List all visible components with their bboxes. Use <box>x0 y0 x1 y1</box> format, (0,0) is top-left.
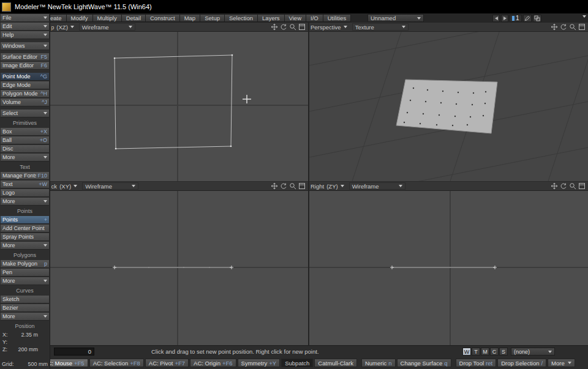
manage-fonts-button[interactable]: Manage FontsF10 <box>1 172 49 180</box>
text-more-button[interactable]: More <box>1 198 49 206</box>
viewport-name-dropdown[interactable]: Perspective <box>311 24 347 31</box>
primitives-more-button[interactable]: More <box>1 154 49 162</box>
maximize-icon[interactable] <box>578 182 586 190</box>
rotate-icon[interactable] <box>560 23 567 31</box>
zoom-icon[interactable] <box>569 182 576 190</box>
bezier-tool-button[interactable]: Bezier <box>1 304 49 312</box>
viewport-name-dropdown[interactable]: Back(XY) <box>51 183 77 190</box>
file-menu-button[interactable]: File <box>1 14 49 22</box>
vmap-texture-button[interactable]: T <box>472 348 480 356</box>
help-menu-label: Help <box>2 32 43 38</box>
ac-mouse-button[interactable]: AC: Mouse+F5 <box>50 359 88 367</box>
tab-view[interactable]: View <box>284 14 306 22</box>
tab-utilities[interactable]: Utilities <box>323 14 352 22</box>
curves-more-button[interactable]: More <box>1 313 49 321</box>
tab-create[interactable]: Create <box>50 14 66 22</box>
tab-detail[interactable]: Detail <box>121 14 145 22</box>
box-tool-button[interactable]: Box+X <box>1 128 49 136</box>
viewport-right-zy[interactable] <box>309 191 588 345</box>
rotate-icon[interactable] <box>280 23 287 31</box>
zoom-icon[interactable] <box>569 23 576 31</box>
polygon-mode-button[interactable]: Polygon Mode^H <box>1 90 49 98</box>
fg-layer-button[interactable] <box>523 15 532 22</box>
viewport-name-dropdown[interactable]: Top(XZ) <box>51 24 74 31</box>
points-more-button[interactable]: More <box>1 242 49 250</box>
tab-io[interactable]: I/O <box>306 14 323 22</box>
pan-icon[interactable] <box>271 23 278 31</box>
vmap-dropdown[interactable]: (none) <box>511 348 555 356</box>
viewport-mode-dropdown[interactable]: Texture <box>352 23 409 31</box>
layer-prev-button[interactable] <box>492 15 500 22</box>
ac-pivot-button[interactable]: AC: Pivot+F7 <box>145 359 189 367</box>
text-tool-button[interactable]: Text+W <box>1 181 49 188</box>
select-menu-button[interactable]: Select <box>1 110 49 117</box>
pan-icon[interactable] <box>551 182 558 190</box>
disc-tool-button[interactable]: Disc <box>1 145 49 153</box>
viewport-name-dropdown[interactable]: Right(ZY) <box>311 183 344 190</box>
add-center-point-button[interactable]: Add Center Point <box>1 225 49 233</box>
viewport-mode-dropdown[interactable]: Wireframe <box>79 23 135 31</box>
zoom-icon[interactable] <box>289 23 296 31</box>
viewport-splitter[interactable] <box>308 23 309 345</box>
volume-mode-button[interactable]: Volume^J <box>1 99 49 106</box>
chevron-down-icon <box>43 34 47 36</box>
tab-multiply[interactable]: Multiply <box>92 14 121 22</box>
tab-setup[interactable]: Setup <box>200 14 224 22</box>
viewport-mode-dropdown[interactable]: Wireframe <box>82 182 138 190</box>
pan-icon[interactable] <box>551 23 558 31</box>
help-menu-button[interactable]: Help <box>1 31 49 39</box>
drop-selection-button[interactable]: Drop Selection/ <box>497 359 546 367</box>
numeric-input[interactable]: 0 <box>54 348 94 356</box>
tab-modify[interactable]: Modify <box>66 14 92 22</box>
pencil-icon <box>524 15 530 21</box>
points-tool-button[interactable]: Points+ <box>1 216 49 224</box>
maximize-icon[interactable] <box>298 182 306 190</box>
symmetry-button[interactable]: Symmetry+Y <box>238 359 281 367</box>
viewport-perspective[interactable] <box>309 32 588 181</box>
numeric-button[interactable]: Numericn <box>361 359 396 367</box>
vmap-weight-button[interactable]: W <box>462 348 471 356</box>
image-editor-button[interactable]: Image EditorF6 <box>1 62 49 70</box>
rotate-icon[interactable] <box>280 182 287 190</box>
tab-overflow-dropdown[interactable] <box>582 15 586 18</box>
ac-origin-button[interactable]: AC: Origin+F6 <box>190 359 236 367</box>
maximize-icon[interactable] <box>578 23 586 31</box>
rotate-icon[interactable] <box>560 182 567 190</box>
toolbar-more-button[interactable]: More <box>548 359 575 367</box>
windows-menu-button[interactable]: Windows <box>1 42 49 50</box>
tab-layers[interactable]: Layers <box>257 14 284 22</box>
drop-tool-button[interactable]: Drop Toolret <box>456 359 497 367</box>
tab-selection[interactable]: Selection <box>224 14 257 22</box>
ball-tool-button[interactable]: Ball+O <box>1 136 49 144</box>
viewport-top-xz[interactable] <box>50 32 308 181</box>
ac-selection-button[interactable]: AC: Selection+F8 <box>89 359 144 367</box>
vmap-morph-button[interactable]: M <box>481 348 489 356</box>
section-title-points: Points <box>1 208 49 215</box>
object-name-dropdown[interactable]: Unnamed <box>368 14 424 22</box>
viewport-mode-dropdown[interactable]: Wireframe <box>349 182 405 190</box>
polygons-more-button[interactable]: More <box>1 277 49 285</box>
pan-icon[interactable] <box>271 182 278 190</box>
change-surface-button[interactable]: Change Surfaceq <box>397 359 451 367</box>
edge-mode-button[interactable]: Edge Mode <box>1 81 49 89</box>
spray-points-button[interactable]: Spray Points <box>1 233 49 241</box>
catmull-clark-button[interactable]: Catmull-Clark <box>314 359 357 367</box>
edit-menu-button[interactable]: Edit <box>1 23 49 31</box>
tab-construct[interactable]: Construct <box>145 14 179 22</box>
layer-next-button[interactable] <box>501 15 508 22</box>
vmap-selection-button[interactable]: S <box>499 348 508 356</box>
sketch-tool-button[interactable]: Sketch <box>1 296 49 304</box>
vmap-color-button[interactable]: C <box>490 348 499 356</box>
viewport-back-xy[interactable] <box>50 191 308 345</box>
zoom-icon[interactable] <box>289 182 296 190</box>
point-mode-button[interactable]: Point Mode^G <box>1 73 49 81</box>
surface-editor-button[interactable]: Surface EditorF5 <box>1 53 49 61</box>
tab-map[interactable]: Map <box>179 14 200 22</box>
subpatch-button[interactable]: Subpatch <box>281 359 313 367</box>
make-polygon-button[interactable]: Make Polygonp <box>1 260 49 268</box>
bg-layer-button[interactable] <box>533 15 541 22</box>
pen-tool-button[interactable]: Pen <box>1 269 49 277</box>
layer-indicator[interactable]: 1 <box>510 15 522 22</box>
maximize-icon[interactable] <box>298 23 306 31</box>
logo-tool-button[interactable]: Logo <box>1 189 49 197</box>
